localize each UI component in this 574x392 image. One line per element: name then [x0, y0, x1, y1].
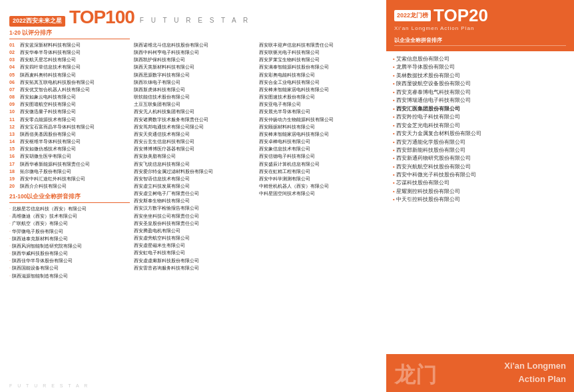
list-item: 西安联驱光电子科技有限公司	[259, 49, 380, 56]
list-item: 陕西显骏航空设备股份有限公司	[393, 80, 567, 88]
list-item: 西安仲扬动力生物能源科技有限公司	[259, 116, 380, 123]
list-item: 西安雷音咨询服务科技有限公司	[134, 264, 254, 272]
list-item: 西安爱尔特金属过滤材料股份有限公司	[134, 168, 254, 175]
left-panel: 2022西安未来之星 TOP100 F U T U R E S T A R 1-…	[0, 0, 386, 392]
top20-text: TOP20	[433, 7, 488, 24]
right-subtitle: Xi'an Longmen Action Plan	[394, 25, 566, 31]
list-item: 11 西安零点能源技术有限公司	[9, 116, 130, 123]
list-item: 西安满泰智能源科技股份有限公司	[259, 63, 380, 71]
list-item: ·陕西华威科技股份有限公司	[9, 250, 130, 257]
list-item: 西安信德电子科技有限公司	[259, 152, 380, 160]
list-item: 20 陕西介介科技有限公司	[9, 182, 130, 190]
list-item: 西安羚控电子科技有限公司	[393, 113, 567, 121]
list-item: 西安象信息技术有限公司	[259, 145, 380, 152]
list-item: 18 拓尔微电子股份有限公司	[9, 168, 130, 175]
section1-list: 01 西安蓝深新材料科技有限公司02 西安华奉半导体科技有限公司03 西安航天星…	[9, 41, 130, 190]
list-item: 西安虚立树电子厂有限责任公司	[134, 190, 254, 197]
columns-wrap: 1-20 以评分排序 01 西安蓝深新材料科技有限公司02 西安华奉半导体科技有…	[9, 29, 380, 280]
list-item: 西安云玄生信息科技有限公司	[134, 138, 254, 145]
right-company-list: 艾索信息股份有限公司龙腾半导体股份有限公司美林数据技术股份有限公司陕西显骏航空设…	[393, 55, 567, 204]
list-item: 西安天力金属复合材料股份有限公司	[393, 130, 567, 138]
list-item: 龙腾半导体股份有限公司	[393, 63, 567, 71]
list-item: 艾索信息股份有限公司	[393, 55, 567, 63]
list-item: 西安腾盈电机有限公司	[134, 227, 254, 234]
list-item: 02 西安华奉半导体科技有限公司	[9, 49, 130, 56]
list-item: 15 西安如微仿感技术有限公司	[9, 145, 130, 152]
list-item: 西安棒来智能家居电科技有限公司	[259, 130, 380, 138]
list-item: 17 陕西华睿新能源科技有限责任公司	[9, 160, 130, 168]
list-item: 西安盛辰计算机信息有限公司	[259, 160, 380, 168]
list-item: 西安虚虚廊新科技股份有限公司	[134, 257, 254, 264]
list-item: 西安联丰迎声信息科技有限责任公司	[259, 41, 380, 49]
list-item: 01 西安蓝深新材料科技有限公司	[9, 41, 130, 49]
list-item: 西安亚电子有限公司	[259, 100, 380, 108]
right-section-title: 以企业全称拼音排序	[394, 35, 566, 46]
list-item: 陕西天英新材料科技有限公司	[134, 63, 254, 71]
list-item: 中天引控科技股份有限公司	[393, 196, 567, 204]
longmen-year: 2022龙门榜	[394, 10, 431, 21]
action-plan-en: Xi'an Longmen Action Plan	[504, 359, 566, 385]
list-item: 西安博瑞通信电子科技有限公司	[393, 97, 567, 104]
list-item: 西安中科学测测有限公司	[259, 175, 380, 182]
year-badge: 2022西安未来之星	[9, 16, 65, 27]
list-item: 06 西安拓其互联电机科技股份有限公司	[9, 79, 130, 86]
list-item: 西安坐坐科技公司有限责任公司	[134, 212, 254, 220]
longmen-top: 2022龙门榜 TOP20	[394, 7, 566, 24]
section2-title: 21-100以企业全称拼音排序	[9, 193, 130, 203]
list-item: ·广联航空（西安）有限公司	[9, 220, 130, 227]
list-item: 西安斯泰生物科技有限公司	[134, 197, 254, 204]
list-item: 西安虚立科技发展有限公司	[134, 182, 254, 190]
list-item: ·陕西滋源智能制造有限公司	[9, 272, 130, 280]
list-item: 中精世机机器人（西安）有限公司	[259, 182, 380, 190]
list-item: 西安博博博医疗器器有限公司	[134, 145, 254, 152]
list-item: 联软能信技术股份有限公司	[134, 93, 254, 100]
list-item: 西安彩奥电能科技有限公司	[259, 71, 380, 79]
list-item: 西安万通能化学股份有限公司	[393, 138, 567, 146]
list-item: 08 西安如象云电科技有限公司	[9, 93, 130, 100]
list-item: 03 西安航天星芯科技有限公司	[9, 56, 130, 63]
list-item: ·陕西佳华半导体股份有限公司	[9, 257, 130, 264]
list-item: 西安天奕通信技术有限公司	[134, 130, 254, 138]
list-item: ·北极星芯信息科技（西安）有限公司	[9, 205, 130, 212]
list-item: 07 西安优艾智合机器人科技有限公司	[9, 86, 130, 93]
list-item: 星耀测控科技股份有限公司	[393, 188, 567, 196]
list-item: 西安金芝光电科技有限公司	[393, 122, 567, 130]
list-item: ·陕西风润智能制造研究院有限公司	[9, 242, 130, 250]
list-item: 西安卓棒电科技有限公司	[259, 138, 380, 145]
list-item: 土豆互联集团有限公司	[134, 100, 254, 108]
list-item: 西安棒来智能家居电科技有限公司	[259, 86, 380, 93]
action-plan-cn: 龙门	[394, 364, 437, 385]
list-item: 西安汉方数字检验报告有限公司	[134, 204, 254, 212]
list-item: 西安无人机科技集团有限公司	[134, 108, 254, 115]
right-panel: 2022龙门榜 TOP20 Xi'an Longmen Action Plan …	[386, 0, 574, 392]
list-item: 西安图速技术股份有限公司	[259, 93, 380, 100]
list-item: 西安晨光半导体有限公司	[259, 108, 380, 115]
list-item: 西安虚星磁米生有限公司	[134, 242, 254, 249]
list-item: 西安汇医集团股份有限公司	[393, 104, 567, 113]
section1-title: 1-20 以评分排序	[9, 29, 130, 39]
footer-text: F U T U R E S T A R	[9, 383, 89, 388]
list-item: 12 西安宝石富而晶半导体科技有限公司	[9, 123, 130, 130]
list-item: 西安部新能科技股份有限公司	[393, 146, 567, 154]
list-item: 19 西安中科汇途红外科技有限公司	[9, 175, 130, 182]
list-item: 陕西中科柯亨电子科技有限公司	[134, 49, 254, 56]
col2-list: 陕西诺维北斗信息科技股份有限公司陕西中科柯亨电子科技有限公司陕西凯护保科技有限公…	[134, 41, 254, 272]
list-item: 陕西凯护保科技有限公司	[134, 56, 254, 63]
list-item: 陕西思源数字科技有限公司	[134, 71, 254, 79]
list-item: 西安圣皇股份科技有限责任公司	[134, 220, 254, 227]
list-item: 西安虹电子科技有限公司	[134, 249, 254, 256]
list-item: 西安克睿泰博电气科技有限公司	[393, 89, 567, 97]
list-item: 13 陕西佰美基因股份有限公司	[9, 130, 130, 138]
right-footer: 龙门 Xi'an Longmen Action Plan	[386, 354, 574, 392]
list-item: 西安诸腾数字技术服务有限责任公司	[134, 116, 254, 123]
list-item: 16 西安胡微生医学有限公司	[9, 152, 130, 160]
list-item: ·高维微迪（西安）技术有限公司	[9, 212, 130, 220]
list-item: 西安肽美脂有限公司	[134, 152, 254, 160]
list-item: 04 西安四叶草信息技术有限公司	[9, 63, 130, 71]
list-item: 西安智语信息技术有限公司	[134, 175, 254, 182]
col3: 西安联丰迎声信息科技有限责任公司西安联驱光电子科技有限公司西安罗莱宝生物科技有限…	[259, 29, 380, 280]
section2-list: ·北极星芯信息科技（西安）有限公司·高维微迪（西安）技术有限公司·广联航空（西安…	[9, 205, 130, 280]
list-item: 陕西玖铼电子有限公司	[134, 79, 254, 86]
list-item: 14 西安枢维半导体科技有限公司	[9, 138, 130, 145]
list-item: 美林数据技术股份有限公司	[393, 72, 567, 80]
